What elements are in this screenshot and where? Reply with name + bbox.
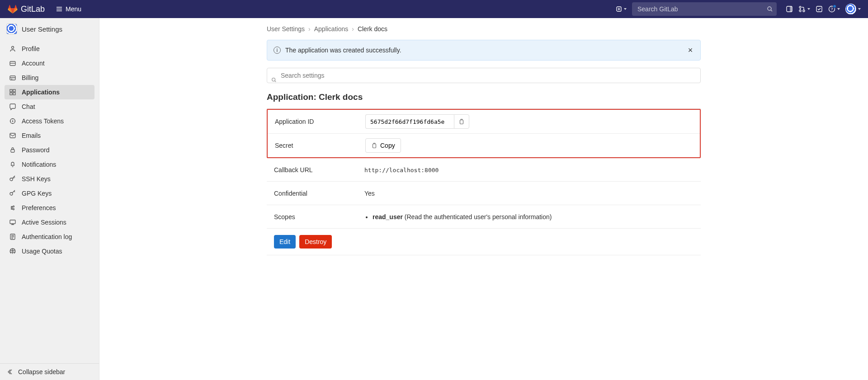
svg-point-23 [11, 207, 13, 209]
collapse-sidebar-button[interactable]: Collapse sidebar [0, 363, 99, 380]
sidebar-item-billing[interactable]: Billing [5, 70, 94, 85]
chevron-down-icon [624, 8, 627, 10]
sidebar-item-label: GPG Keys [22, 190, 52, 197]
main-menu-button[interactable]: Menu [52, 3, 85, 15]
sidebar: User Settings ProfileAccountBillingAppli… [0, 18, 99, 380]
todos-icon[interactable] [816, 5, 823, 13]
alert-message: The application was created successfully… [285, 47, 401, 54]
copy-app-id-button[interactable] [454, 114, 469, 129]
app-id-row: Application ID [268, 110, 700, 134]
sidebar-item-active-sessions[interactable]: Active Sessions [5, 215, 94, 230]
issues-icon[interactable] [786, 5, 793, 13]
sidebar-item-applications[interactable]: Applications [5, 85, 94, 99]
sidebar-item-account[interactable]: Account [5, 56, 94, 70]
create-new-dropdown[interactable] [616, 6, 627, 12]
sidebar-item-label: Emails [22, 132, 41, 139]
brand-text: GitLab [21, 5, 45, 14]
card-icon [9, 60, 16, 67]
destroy-button[interactable]: Destroy [299, 235, 332, 249]
app-id-value[interactable] [365, 114, 454, 129]
plus-icon [616, 6, 622, 12]
credentials-highlight: Application ID [267, 109, 701, 158]
help-dropdown[interactable]: ? [828, 5, 840, 13]
page-title: Application: Clerk docs [267, 92, 701, 102]
sidebar-item-notifications[interactable]: Notifications [5, 157, 94, 172]
svg-point-10 [12, 47, 14, 49]
svg-point-4 [799, 6, 801, 8]
sidebar-item-access-tokens[interactable]: Access Tokens [5, 114, 94, 128]
chat-icon [9, 103, 16, 110]
field-label: Secret [275, 142, 365, 149]
sidebar-item-preferences[interactable]: Preferences [5, 201, 94, 215]
sidebar-item-password[interactable]: Password [5, 143, 94, 157]
svg-rect-29 [460, 120, 463, 124]
user-avatar-small [6, 23, 17, 34]
user-avatar [845, 4, 856, 14]
sidebar-item-label: Profile [22, 45, 40, 52]
sidebar-item-label: Access Tokens [22, 117, 64, 125]
sidebar-item-usage-quotas[interactable]: Usage Quotas [5, 244, 94, 258]
svg-rect-16 [13, 93, 15, 95]
edit-button[interactable]: Edit [274, 235, 296, 249]
breadcrumb-separator: › [308, 25, 311, 33]
sidebar-item-label: Usage Quotas [22, 248, 62, 255]
alert-close-button[interactable]: × [685, 45, 696, 56]
field-label: Scopes [274, 213, 364, 220]
svg-point-28 [272, 78, 275, 81]
sidebar-item-label: SSH Keys [22, 175, 51, 183]
key-icon [9, 190, 16, 197]
svg-point-5 [799, 10, 801, 12]
svg-rect-20 [11, 150, 14, 152]
sidebar-item-ssh-keys[interactable]: SSH Keys [5, 172, 94, 186]
svg-point-21 [10, 178, 13, 181]
sliders-icon [9, 204, 16, 211]
settings-search-input[interactable] [267, 68, 701, 83]
sidebar-item-profile[interactable]: Profile [5, 42, 94, 56]
breadcrumb-current: Clerk docs [358, 25, 387, 33]
field-label: Application ID [275, 118, 365, 125]
brand-area[interactable]: GitLab [7, 4, 45, 14]
breadcrumb: User Settings › Applications › Clerk doc… [267, 25, 701, 33]
global-search-input[interactable] [632, 2, 777, 16]
svg-rect-14 [13, 89, 15, 92]
top-navbar: GitLab Menu [0, 0, 868, 18]
field-label: Callback URL [274, 166, 364, 174]
svg-point-1 [768, 7, 771, 10]
breadcrumb-link[interactable]: Applications [314, 25, 349, 33]
collapse-label: Collapse sidebar [18, 368, 65, 375]
globe-icon [9, 248, 16, 255]
success-alert: i The application was created successful… [267, 40, 701, 61]
svg-text:?: ? [830, 7, 833, 11]
token-icon [9, 117, 16, 125]
chevron-down-icon [858, 8, 861, 10]
info-icon: i [274, 47, 281, 54]
svg-point-25 [13, 209, 14, 210]
user-menu-dropdown[interactable] [845, 4, 861, 14]
gitlab-logo-icon [7, 4, 18, 14]
billing-icon [9, 74, 16, 81]
merge-requests-dropdown[interactable] [798, 5, 810, 13]
clipboard-icon [371, 142, 377, 149]
search-icon[interactable] [767, 6, 773, 12]
svg-rect-26 [10, 220, 15, 224]
sidebar-item-gpg-keys[interactable]: GPG Keys [5, 186, 94, 201]
sidebar-item-emails[interactable]: Emails [5, 128, 94, 143]
hamburger-icon [56, 5, 63, 13]
breadcrumb-link[interactable]: User Settings [267, 25, 305, 33]
breadcrumb-separator: › [352, 25, 354, 33]
svg-rect-19 [10, 133, 15, 138]
sidebar-item-chat[interactable]: Chat [5, 99, 94, 114]
monitor-icon [9, 219, 16, 226]
main-content: User Settings › Applications › Clerk doc… [99, 18, 868, 380]
apps-icon [9, 89, 16, 96]
sidebar-header[interactable]: User Settings [0, 18, 99, 40]
search-icon [271, 77, 277, 83]
svg-point-24 [13, 206, 14, 207]
sidebar-item-authentication-log[interactable]: Authentication log [5, 230, 94, 244]
key-icon [9, 175, 16, 183]
copy-label: Copy [380, 142, 395, 149]
confidential-value: Yes [364, 190, 693, 197]
chevron-down-icon [807, 8, 810, 10]
scope-item: read_user (Read the authenticated user's… [373, 213, 693, 220]
copy-secret-button[interactable]: Copy [365, 138, 401, 153]
